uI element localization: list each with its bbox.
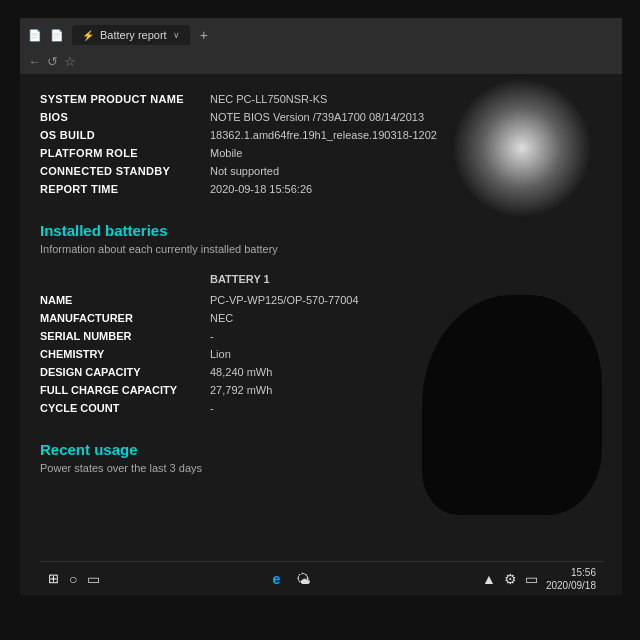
battery-row-chemistry: CHEMISTRY Lion: [40, 345, 602, 363]
label-bios: BIOS: [40, 111, 210, 123]
recent-usage-section: Recent usage Power states over the last …: [40, 441, 602, 474]
value-bios: NOTE BIOS Version /739A1700 08/14/2013: [210, 111, 424, 123]
screen: 📄 📄 ⚡ Battery report ∨ + ← ↺ ☆ SYSTEM P: [20, 18, 622, 595]
taskbar-clock: 15:56 2020/09/18: [546, 566, 596, 592]
info-row-bios: BIOS NOTE BIOS Version /739A1700 08/14/2…: [40, 108, 602, 126]
taskbar-center: e 🌤: [272, 571, 310, 587]
windows-button[interactable]: ⊞: [48, 571, 59, 586]
system-info-table: SYSTEM PRODUCT NAME NEC PC-LL750NSR-KS B…: [40, 90, 602, 198]
info-row-connected-standby: CONNECTED STANDBY Not supported: [40, 162, 602, 180]
label-connected-standby: CONNECTED STANDBY: [40, 165, 210, 177]
battery-row-design-capacity: DESIGN CAPACITY 48,240 mWh: [40, 363, 602, 381]
value-report-time: 2020-09-18 15:56:26: [210, 183, 312, 195]
battery-value-chemistry: Lion: [210, 348, 231, 360]
battery-value-design-capacity: 48,240 mWh: [210, 366, 272, 378]
battery-value-name: PC-VP-WP125/OP-570-77004: [210, 294, 359, 306]
battery-1-header: BATTERY 1: [210, 273, 270, 285]
recent-usage-title: Recent usage: [40, 441, 602, 458]
battery-label-full-charge: FULL CHARGE CAPACITY: [40, 384, 210, 396]
up-arrow-icon[interactable]: ▲: [482, 571, 496, 587]
battery-label-cycle-count: CYCLE COUNT: [40, 402, 210, 414]
installed-batteries-section: Installed batteries Information about ea…: [40, 222, 602, 417]
battery-row-name: NAME PC-VP-WP125/OP-570-77004: [40, 291, 602, 309]
recent-usage-subtitle: Power states over the last 3 days: [40, 462, 602, 474]
value-system-product: NEC PC-LL750NSR-KS: [210, 93, 327, 105]
battery-value-full-charge: 27,792 mWh: [210, 384, 272, 396]
battery-row-full-charge: FULL CHARGE CAPACITY 27,792 mWh: [40, 381, 602, 399]
label-system-product: SYSTEM PRODUCT NAME: [40, 93, 210, 105]
star-button[interactable]: ☆: [64, 54, 76, 69]
value-platform-role: Mobile: [210, 147, 242, 159]
value-os-build: 18362.1.amd64fre.19h1_release.190318-120…: [210, 129, 437, 141]
label-os-build: OS BUILD: [40, 129, 210, 141]
battery-label-design-capacity: DESIGN CAPACITY: [40, 366, 210, 378]
battery-row-serial: SERIAL NUMBER -: [40, 327, 602, 345]
info-row-os-build: OS BUILD 18362.1.amd64fre.19h1_release.1…: [40, 126, 602, 144]
taskbar-left: ⊞ ○ ▭: [48, 571, 100, 587]
page-content: SYSTEM PRODUCT NAME NEC PC-LL750NSR-KS B…: [20, 74, 622, 595]
label-report-time: REPORT TIME: [40, 183, 210, 195]
battery-col-spacer: [40, 273, 210, 285]
info-row-platform-role: PLATFORM ROLE Mobile: [40, 144, 602, 162]
edge-icon[interactable]: e: [272, 571, 280, 587]
weather-icon[interactable]: 🌤: [296, 571, 310, 587]
battery-header-row: BATTERY 1: [40, 271, 602, 287]
laptop-frame: 📄 📄 ⚡ Battery report ∨ + ← ↺ ☆ SYSTEM P: [0, 0, 640, 640]
browser-tab-icon-1: 📄: [28, 29, 42, 42]
info-row-report-time: REPORT TIME 2020-09-18 15:56:26: [40, 180, 602, 198]
tab-document-icon: ⚡: [82, 30, 94, 41]
tab-bar: 📄 📄 ⚡ Battery report ∨ +: [28, 22, 614, 48]
taskbar-right: ▲ ⚙ ▭ 15:56 2020/09/18: [482, 566, 596, 592]
search-icon[interactable]: ○: [69, 571, 77, 587]
battery-label-chemistry: CHEMISTRY: [40, 348, 210, 360]
active-tab[interactable]: ⚡ Battery report ∨: [72, 25, 190, 45]
battery-value-cycle-count: -: [210, 402, 214, 414]
label-platform-role: PLATFORM ROLE: [40, 147, 210, 159]
gear-icon[interactable]: ⚙: [504, 571, 517, 587]
taskbar-time-value: 15:56: [546, 566, 596, 579]
tab-label: Battery report: [100, 29, 167, 41]
battery-value-serial: -: [210, 330, 214, 342]
address-bar-row: ← ↺ ☆: [28, 48, 614, 74]
value-connected-standby: Not supported: [210, 165, 279, 177]
battery-row-manufacturer: MANUFACTURER NEC: [40, 309, 602, 327]
info-row-system-product: SYSTEM PRODUCT NAME NEC PC-LL750NSR-KS: [40, 90, 602, 108]
new-tab-button[interactable]: +: [194, 27, 214, 43]
browser-tab-icon-2: 📄: [50, 29, 64, 42]
installed-batteries-title: Installed batteries: [40, 222, 602, 239]
task-view-icon[interactable]: ▭: [87, 571, 100, 587]
back-button[interactable]: ←: [28, 54, 41, 69]
taskbar-date-value: 2020/09/18: [546, 579, 596, 592]
battery-label-serial: SERIAL NUMBER: [40, 330, 210, 342]
installed-batteries-subtitle: Information about each currently install…: [40, 243, 602, 255]
battery-label-name: NAME: [40, 294, 210, 306]
battery-row-cycle-count: CYCLE COUNT -: [40, 399, 602, 417]
tab-dropdown-icon: ∨: [173, 30, 180, 40]
battery-label-manufacturer: MANUFACTURER: [40, 312, 210, 324]
refresh-button[interactable]: ↺: [47, 54, 58, 69]
notification-icon[interactable]: ▭: [525, 571, 538, 587]
browser-chrome: 📄 📄 ⚡ Battery report ∨ + ← ↺ ☆: [20, 18, 622, 74]
battery-value-manufacturer: NEC: [210, 312, 233, 324]
taskbar: ⊞ ○ ▭ e 🌤 ▲ ⚙ ▭ 15:56 2020/09/18: [40, 561, 604, 595]
